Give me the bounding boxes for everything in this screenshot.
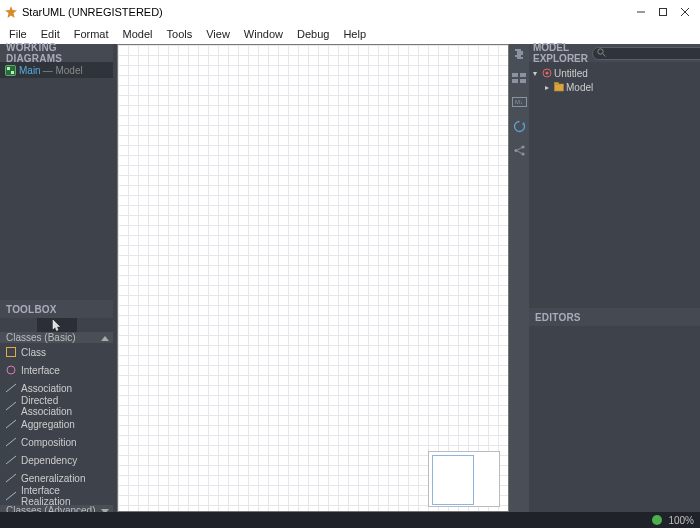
- minimize-button[interactable]: [630, 2, 652, 22]
- model-explorer-tree: ▾ Untitled ▸ Model: [529, 62, 700, 308]
- svg-point-28: [598, 48, 603, 53]
- svg-point-9: [7, 366, 15, 374]
- model-explorer-search-input[interactable]: [609, 48, 700, 59]
- toolbox-item[interactable]: Dependency: [0, 451, 113, 469]
- maximize-button[interactable]: [652, 2, 674, 22]
- search-icon: [597, 48, 606, 59]
- svg-point-23: [514, 148, 517, 151]
- toolbox-item[interactable]: Aggregation: [0, 415, 113, 433]
- toolbox-group-basic-label: Classes (Basic): [6, 332, 75, 343]
- close-button[interactable]: [674, 2, 696, 22]
- toolbox-item-label: Dependency: [21, 455, 77, 466]
- diagram-icon: [4, 64, 16, 76]
- titlebar: StarUML (UNREGISTERED): [0, 0, 700, 24]
- minimap-viewport[interactable]: [432, 455, 474, 505]
- markdown-icon[interactable]: M↓: [511, 94, 527, 110]
- tool-icon: [6, 437, 16, 447]
- svg-point-25: [521, 152, 524, 155]
- model-icon: [553, 82, 564, 93]
- toolbox-header: TOOLBOX: [0, 300, 113, 318]
- toolbox-item-label: Composition: [21, 437, 77, 448]
- status-ok-icon[interactable]: [652, 515, 662, 525]
- tool-icon: [6, 401, 16, 411]
- diagram-canvas[interactable]: [117, 44, 509, 512]
- svg-rect-8: [7, 348, 16, 357]
- svg-point-31: [545, 71, 548, 74]
- tool-icon: [6, 491, 16, 501]
- svg-line-16: [6, 492, 16, 500]
- svg-line-15: [6, 474, 16, 482]
- expander-icon[interactable]: ▾: [531, 69, 539, 77]
- svg-line-29: [603, 53, 606, 56]
- menubar: File Edit Format Model Tools View Window…: [0, 24, 700, 44]
- toolbox-group-advanced-label: Classes (Advanced): [6, 505, 95, 512]
- pointer-tool[interactable]: [37, 318, 77, 332]
- toolbox-group-advanced[interactable]: Classes (Advanced): [0, 505, 113, 512]
- toolbox-item[interactable]: Composition: [0, 433, 113, 451]
- toolbox-item-label: Interface: [21, 365, 60, 376]
- svg-line-13: [6, 438, 16, 446]
- svg-rect-6: [7, 67, 10, 70]
- toolbox-group-basic[interactable]: Classes (Basic): [0, 332, 113, 343]
- svg-rect-17: [512, 73, 518, 77]
- toolbox-item-label: Class: [21, 347, 46, 358]
- right-column: MODEL EXPLORER ▾ Untitled ▸ Model: [529, 44, 700, 512]
- working-diagram-name: Main: [19, 65, 41, 76]
- window-title: StarUML (UNREGISTERED): [22, 6, 630, 18]
- svg-line-11: [6, 402, 16, 410]
- menu-format[interactable]: Format: [67, 26, 116, 42]
- zoom-level[interactable]: 100%: [668, 515, 694, 526]
- toolbox-item[interactable]: Directed Association: [0, 397, 113, 415]
- toolbox-item[interactable]: Interface: [0, 361, 113, 379]
- project-icon: [541, 68, 552, 79]
- toolbox-item-label: Directed Association: [21, 395, 107, 417]
- svg-line-26: [517, 147, 521, 149]
- right-toolstrip: M↓: [509, 44, 529, 512]
- tree-model-label: Model: [566, 82, 593, 93]
- toolbox-pointer-row: [0, 318, 113, 332]
- toolbox-item-label: Association: [21, 383, 72, 394]
- menu-view[interactable]: View: [199, 26, 237, 42]
- menu-edit[interactable]: Edit: [34, 26, 67, 42]
- svg-rect-33: [554, 83, 558, 85]
- toolbox-item-label: Aggregation: [21, 419, 75, 430]
- svg-rect-2: [660, 9, 667, 16]
- menu-help[interactable]: Help: [336, 26, 373, 42]
- menu-window[interactable]: Window: [237, 26, 290, 42]
- svg-line-14: [6, 456, 16, 464]
- svg-rect-7: [11, 71, 14, 74]
- svg-point-24: [521, 145, 524, 148]
- tool-icon: [6, 419, 16, 429]
- menu-file[interactable]: File: [2, 26, 34, 42]
- toolbox-item[interactable]: Class: [0, 343, 113, 361]
- model-explorer-header: MODEL EXPLORER: [529, 44, 700, 62]
- working-diagram-item[interactable]: Main — Model: [0, 62, 113, 78]
- svg-line-12: [6, 420, 16, 428]
- toolbox-panel: Classes (Basic) ClassInterfaceAssociatio…: [0, 318, 113, 512]
- menu-model[interactable]: Model: [116, 26, 160, 42]
- tool-icon: [6, 455, 16, 465]
- minimap[interactable]: [428, 451, 500, 507]
- menu-tools[interactable]: Tools: [160, 26, 200, 42]
- model-explorer-search[interactable]: [592, 47, 700, 60]
- extension-icon[interactable]: [511, 46, 527, 62]
- diagram-canvas-area: [113, 44, 509, 512]
- svg-rect-20: [520, 79, 526, 83]
- tree-row-model[interactable]: ▸ Model: [531, 80, 698, 94]
- chevron-up-icon: [101, 336, 109, 341]
- share-icon[interactable]: [511, 142, 527, 158]
- toolbox-item[interactable]: Interface Realization: [0, 487, 113, 505]
- expander-icon[interactable]: ▸: [543, 83, 551, 91]
- left-column: WORKING DIAGRAMS Main — Model TOOLBOX Cl…: [0, 44, 113, 512]
- refresh-icon[interactable]: [511, 118, 527, 134]
- working-diagram-owner: — Model: [43, 65, 83, 76]
- editors-header: EDITORS: [529, 308, 700, 326]
- svg-line-27: [517, 151, 521, 153]
- working-diagrams-header: WORKING DIAGRAMS: [0, 44, 113, 62]
- tool-icon: [6, 383, 16, 393]
- toolbox-item-label: Interface Realization: [21, 485, 107, 507]
- tool-icon: [6, 347, 16, 357]
- menu-debug[interactable]: Debug: [290, 26, 336, 42]
- diagram-thumbnails-icon[interactable]: [511, 70, 527, 86]
- tree-row-root[interactable]: ▾ Untitled: [531, 66, 698, 80]
